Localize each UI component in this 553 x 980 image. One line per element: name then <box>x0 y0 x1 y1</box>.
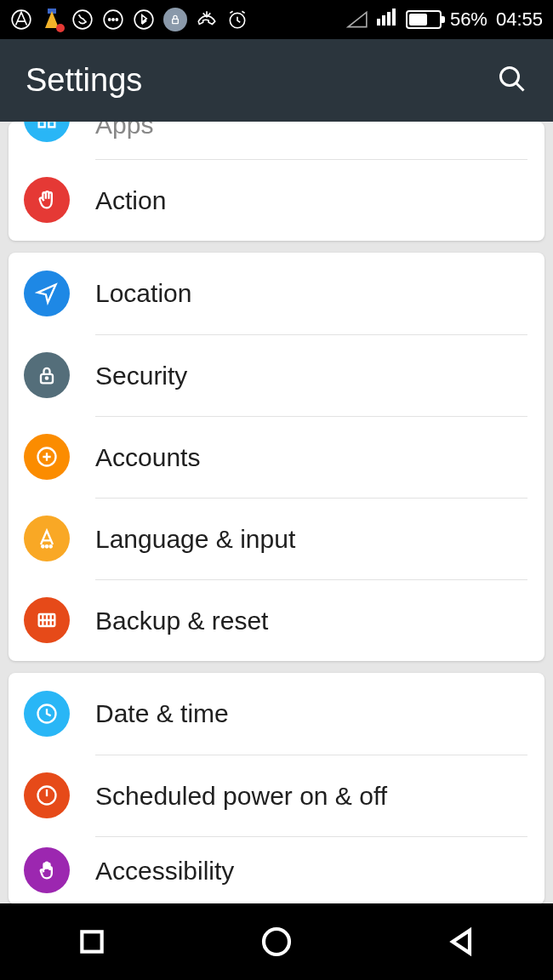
settings-item-language[interactable]: Language & input <box>9 498 544 579</box>
settings-item-action[interactable]: Action <box>9 159 544 241</box>
svg-rect-12 <box>39 122 45 127</box>
settings-list[interactable]: Apps Action Location Security <box>0 122 553 903</box>
status-bar: 56% 04:55 <box>0 0 553 39</box>
app-header: Settings <box>0 39 553 122</box>
svg-point-9 <box>501 67 519 85</box>
clock-icon <box>24 691 70 737</box>
svg-point-6 <box>134 10 153 29</box>
settings-item-label: Backup & reset <box>95 607 268 635</box>
svg-point-17 <box>42 545 43 547</box>
svg-point-24 <box>264 929 289 954</box>
apps-icon <box>24 122 70 142</box>
svg-point-18 <box>46 545 48 547</box>
whatsapp-icon <box>71 9 94 31</box>
messages-icon <box>102 9 124 31</box>
hand-icon <box>24 177 70 223</box>
settings-item-label: Security <box>95 362 187 390</box>
svg-rect-23 <box>83 932 102 951</box>
settings-group-3: Date & time Scheduled power on & off Acc… <box>9 673 544 903</box>
cleaner-icon <box>41 9 63 31</box>
alarm-icon <box>226 9 248 31</box>
settings-item-accessibility[interactable]: Accessibility <box>9 836 544 903</box>
settings-item-label: Location <box>95 279 191 308</box>
circle-icon <box>259 925 294 959</box>
page-title: Settings <box>26 62 142 99</box>
signal-bars-icon <box>377 9 397 31</box>
home-button[interactable] <box>200 916 353 967</box>
search-icon <box>497 64 527 94</box>
status-left-icons <box>10 8 248 31</box>
svg-rect-7 <box>173 19 179 23</box>
settings-item-accounts[interactable]: Accounts <box>9 416 544 498</box>
triangle-back-icon <box>444 925 478 959</box>
settings-item-scheduled-power[interactable]: Scheduled power on & off <box>9 755 544 836</box>
settings-item-location[interactable]: Location <box>9 253 544 334</box>
battery-icon <box>406 10 442 29</box>
clock-time: 04:55 <box>496 9 543 31</box>
svg-point-3 <box>109 19 111 20</box>
svg-point-15 <box>46 377 48 379</box>
plus-circle-icon <box>24 434 70 480</box>
status-right: 56% 04:55 <box>346 9 543 31</box>
svg-point-19 <box>50 545 52 547</box>
missed-call-icon <box>196 9 218 31</box>
settings-item-label: Accessibility <box>95 857 234 886</box>
settings-item-label: Date & time <box>95 699 229 728</box>
settings-group-1: Apps Action <box>9 122 544 241</box>
lock-status-icon <box>163 8 187 31</box>
settings-item-label: Language & input <box>95 525 295 554</box>
power-icon <box>24 772 70 818</box>
settings-item-label: Accounts <box>95 443 200 472</box>
recent-apps-button[interactable] <box>15 916 168 967</box>
search-button[interactable] <box>497 64 527 98</box>
battery-percent: 56% <box>450 9 487 31</box>
location-icon <box>24 271 70 316</box>
settings-item-apps[interactable]: Apps <box>9 122 544 159</box>
language-icon <box>24 516 70 561</box>
back-button[interactable] <box>385 916 538 967</box>
bluetooth-icon <box>133 9 155 31</box>
accessibility-icon <box>24 847 70 893</box>
settings-item-datetime[interactable]: Date & time <box>9 673 544 755</box>
settings-item-label: Scheduled power on & off <box>95 782 387 811</box>
svg-point-5 <box>116 19 117 20</box>
square-icon <box>75 925 109 959</box>
lock-icon <box>24 352 70 398</box>
app-icon-1 <box>10 9 32 31</box>
settings-item-label: Apps <box>95 122 153 140</box>
navigation-bar <box>0 903 553 980</box>
svg-point-1 <box>73 10 92 29</box>
svg-rect-13 <box>48 122 54 127</box>
signal-triangle-icon <box>346 9 368 31</box>
settings-item-security[interactable]: Security <box>9 334 544 416</box>
backup-icon <box>24 597 70 643</box>
settings-item-label: Action <box>95 186 166 215</box>
settings-item-backup[interactable]: Backup & reset <box>9 579 544 661</box>
svg-point-4 <box>112 19 114 20</box>
settings-group-2: Location Security Accounts Language & in… <box>9 253 544 661</box>
